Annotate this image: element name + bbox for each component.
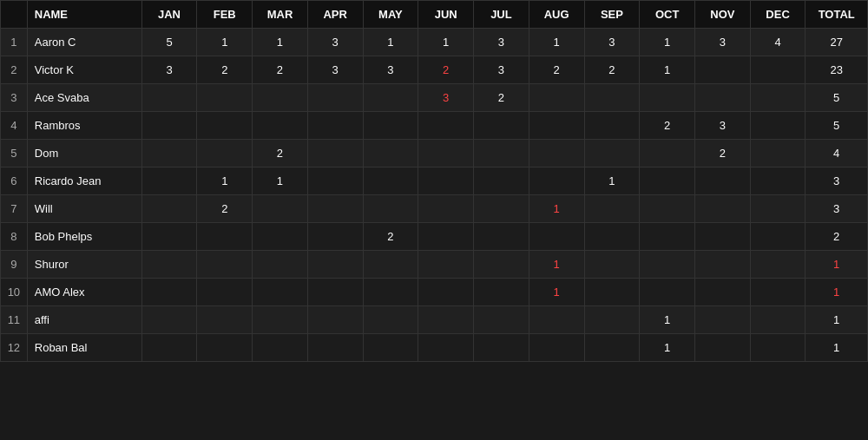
stats-table: Name JAN FEB MAR APR MAY JUN JUL AUG SEP… [0, 0, 868, 362]
mar-cell [253, 334, 308, 362]
apr-cell [307, 112, 363, 140]
header-dec: DEC [750, 1, 806, 29]
may-cell [363, 279, 418, 306]
nov-cell: 3 [694, 29, 750, 56]
header-apr: APR [307, 1, 363, 29]
mar-cell [253, 195, 308, 223]
jul-cell [474, 112, 529, 140]
feb-cell [197, 279, 253, 306]
jan-cell [141, 334, 197, 362]
jan-cell [141, 251, 197, 279]
oct-cell [640, 223, 695, 251]
mar-cell [253, 112, 308, 140]
oct-cell [640, 167, 695, 195]
jul-cell [474, 140, 529, 167]
feb-cell [197, 223, 253, 251]
may-cell [363, 112, 418, 140]
total-cell: 27 [806, 29, 868, 56]
feb-cell [197, 112, 253, 140]
header-row: Name JAN FEB MAR APR MAY JUN JUL AUG SEP… [1, 1, 868, 29]
oct-cell: 1 [640, 56, 695, 84]
aug-cell: 2 [529, 56, 584, 84]
nov-cell: 3 [694, 112, 750, 140]
dec-cell [750, 195, 806, 223]
oct-cell: 1 [640, 306, 695, 334]
jul-cell [474, 223, 529, 251]
total-cell: 1 [806, 306, 868, 334]
mar-cell: 2 [253, 56, 308, 84]
oct-cell [640, 279, 695, 306]
header-jun: JUN [418, 1, 474, 29]
jan-cell: 3 [141, 56, 197, 84]
jan-cell [141, 167, 197, 195]
oct-cell: 1 [640, 29, 695, 56]
header-oct: OCT [640, 1, 695, 29]
name-cell: affi [27, 306, 141, 334]
jul-cell [474, 195, 529, 223]
mar-cell [253, 279, 308, 306]
dec-cell [750, 84, 806, 112]
total-cell: 3 [806, 195, 868, 223]
total-cell: 1 [806, 279, 868, 306]
rank-cell: 1 [1, 29, 28, 56]
rank-cell: 6 [1, 167, 28, 195]
aug-cell [529, 140, 584, 167]
apr-cell [307, 279, 363, 306]
rank-cell: 12 [1, 334, 28, 362]
header-sep: SEP [584, 1, 640, 29]
feb-cell [197, 306, 253, 334]
table-row: 4Rambros235 [1, 112, 868, 140]
name-cell: Shuror [27, 251, 141, 279]
dec-cell [750, 140, 806, 167]
jun-cell [418, 223, 474, 251]
rank-cell: 2 [1, 56, 28, 84]
aug-cell [529, 84, 584, 112]
oct-cell: 1 [640, 334, 695, 362]
jul-cell [474, 279, 529, 306]
name-cell: Roban Bal [27, 334, 141, 362]
apr-cell [307, 306, 363, 334]
jun-cell: 1 [418, 29, 474, 56]
jun-cell [418, 112, 474, 140]
dec-cell [750, 279, 806, 306]
dec-cell: 4 [750, 29, 806, 56]
name-cell: Victor K [27, 56, 141, 84]
jul-cell: 2 [474, 84, 529, 112]
apr-cell [307, 167, 363, 195]
total-cell: 1 [806, 334, 868, 362]
may-cell [363, 306, 418, 334]
feb-cell: 2 [197, 56, 253, 84]
name-cell: Bob Phelps [27, 223, 141, 251]
jan-cell: 5 [141, 29, 197, 56]
rank-cell: 10 [1, 279, 28, 306]
header-aug: AUG [529, 1, 584, 29]
jul-cell [474, 251, 529, 279]
nov-cell [694, 223, 750, 251]
sep-cell: 3 [584, 29, 640, 56]
table-row: 8Bob Phelps22 [1, 223, 868, 251]
apr-cell [307, 223, 363, 251]
feb-cell: 2 [197, 195, 253, 223]
may-cell: 1 [363, 29, 418, 56]
header-may: MAY [363, 1, 418, 29]
sep-cell [584, 334, 640, 362]
dec-cell [750, 334, 806, 362]
table-row: 12Roban Bal11 [1, 334, 868, 362]
aug-cell: 1 [529, 29, 584, 56]
dec-cell [750, 112, 806, 140]
sep-cell [584, 112, 640, 140]
jan-cell [141, 279, 197, 306]
dec-cell [750, 306, 806, 334]
jun-cell [418, 251, 474, 279]
apr-cell [307, 195, 363, 223]
feb-cell [197, 84, 253, 112]
jun-cell: 3 [418, 84, 474, 112]
mar-cell [253, 223, 308, 251]
total-cell: 5 [806, 112, 868, 140]
sep-cell [584, 306, 640, 334]
rank-cell: 9 [1, 251, 28, 279]
may-cell: 2 [363, 223, 418, 251]
jul-cell: 3 [474, 56, 529, 84]
apr-cell: 3 [307, 56, 363, 84]
may-cell [363, 251, 418, 279]
